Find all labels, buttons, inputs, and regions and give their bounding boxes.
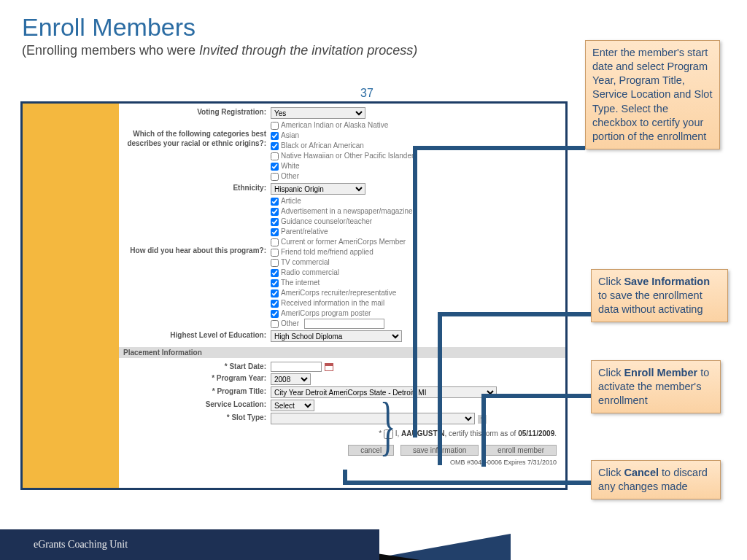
- education-select[interactable]: High School Diploma: [271, 330, 402, 342]
- option-checkbox[interactable]: [271, 320, 279, 328]
- callout-save: Click Save Information to save the enrol…: [591, 269, 728, 322]
- certify-line: * I, AAUGUSTIN, certify this form as of …: [119, 425, 565, 442]
- program-year-select[interactable]: 2008: [271, 373, 311, 385]
- option-label: Received information in the mail: [281, 298, 384, 308]
- service-location-label: Service Location:: [119, 400, 271, 411]
- ethnicity-select[interactable]: Hispanic Origin: [271, 183, 365, 195]
- option-label: Other: [281, 319, 299, 329]
- service-location-select[interactable]: Select: [271, 400, 314, 411]
- section-header-placement: Placement Information: [119, 347, 565, 358]
- calendar-icon[interactable]: [325, 363, 333, 371]
- option-label: Other: [281, 171, 299, 182]
- option-checkbox[interactable]: [271, 269, 279, 277]
- footer-band: eGrants Coaching Unit: [0, 529, 379, 560]
- option-label: Guidance counselor/teacher: [281, 217, 372, 227]
- option-checkbox[interactable]: [271, 208, 279, 216]
- callout-start-date: Enter the member's start date and select…: [585, 40, 720, 149]
- page-title: Enroll Members: [22, 13, 417, 42]
- omb-text: OMB #3045-0006 Expires 7/31/2010: [119, 457, 565, 466]
- option-checkbox[interactable]: [271, 198, 279, 206]
- option-checkbox[interactable]: [271, 173, 279, 181]
- option-checkbox[interactable]: [271, 142, 279, 150]
- option-checkbox[interactable]: [271, 132, 279, 140]
- option-label: Article: [281, 196, 301, 206]
- option-checkbox[interactable]: [271, 249, 279, 257]
- option-label: TV commercial: [281, 257, 330, 268]
- option-label: Advertisement in a newspaper/magazine: [281, 206, 413, 217]
- start-date-input[interactable]: [271, 362, 322, 372]
- option-label: Friend told me/friend applied: [281, 247, 374, 257]
- callout-cancel: Click Cancel to discard any changes made: [591, 460, 721, 499]
- option-checkbox[interactable]: [271, 279, 279, 287]
- option-label: Asian: [281, 131, 299, 141]
- option-checkbox[interactable]: [271, 163, 279, 171]
- option-label: Native Hawaiian or Other Pacific Islande…: [281, 151, 414, 161]
- voting-label: Voting Registration:: [119, 107, 271, 119]
- program-title-label: * Program Title:: [119, 386, 271, 398]
- option-checkbox[interactable]: [271, 300, 279, 308]
- racial-label: Which of the following categories best d…: [119, 120, 271, 182]
- page-number: 37: [360, 87, 374, 100]
- option-checkbox[interactable]: [271, 289, 279, 298]
- callout-enroll: Click Enroll Member to activate the memb…: [591, 360, 721, 413]
- hear-label: How did you hear about this program?:: [119, 196, 271, 329]
- program-year-label: * Program Year:: [119, 373, 271, 385]
- option-label: Current or former AmeriCorps Member: [281, 237, 406, 247]
- voting-select[interactable]: Yes: [271, 107, 365, 119]
- option-checkbox[interactable]: [271, 218, 279, 226]
- start-date-label: * Start Date:: [119, 362, 271, 372]
- enroll-member-button[interactable]: enroll member: [485, 445, 557, 456]
- option-label: AmeriCorps recruiter/representative: [281, 288, 396, 298]
- option-label: The internet: [281, 278, 320, 288]
- option-label: Black or African American: [281, 141, 364, 151]
- option-checkbox[interactable]: [271, 152, 279, 160]
- page-subtitle: (Enrolling members who were Invited thro…: [22, 43, 417, 58]
- option-label: Radio commercial: [281, 268, 339, 278]
- option-checkbox[interactable]: [271, 259, 279, 267]
- form-area: Voting Registration: Yes Which of the fo…: [119, 104, 565, 488]
- ethnicity-label: Ethnicity:: [119, 183, 271, 195]
- option-label: White: [281, 161, 300, 171]
- option-checkbox[interactable]: [271, 228, 279, 236]
- yellow-sidebar: [23, 104, 119, 488]
- option-label: Parent/relative: [281, 227, 328, 237]
- option-label: American Indian or Alaska Native: [281, 120, 388, 131]
- other-text-input[interactable]: [304, 319, 384, 329]
- option-label: AmeriCorps program poster: [281, 308, 371, 319]
- slot-type-select[interactable]: [271, 413, 475, 424]
- option-checkbox[interactable]: [271, 310, 279, 318]
- slot-type-label: * Slot Type:: [119, 413, 271, 424]
- option-checkbox[interactable]: [271, 238, 279, 246]
- education-label: Highest Level of Education:: [119, 330, 271, 342]
- brace-icon: }: [380, 388, 396, 463]
- option-checkbox[interactable]: [271, 122, 279, 130]
